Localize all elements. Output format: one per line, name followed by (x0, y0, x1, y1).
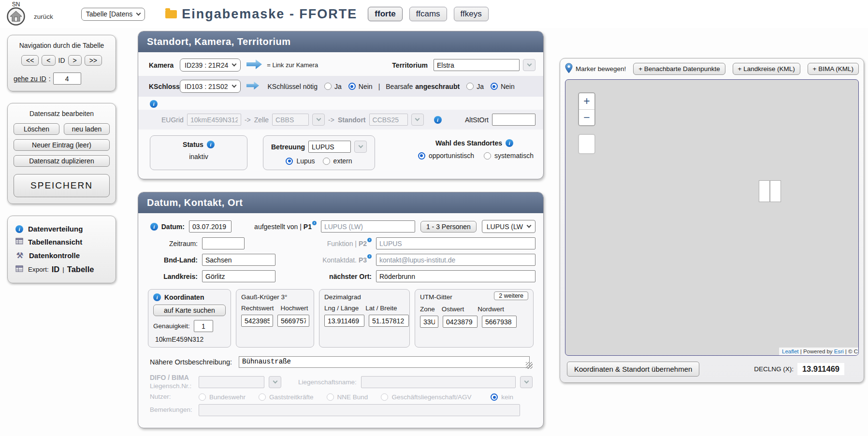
liegenschnr-label: Liegensch.Nr.: (150, 382, 194, 391)
export-table-link[interactable]: Tabelle (67, 265, 94, 274)
aufgestellt-input[interactable] (321, 220, 415, 233)
benachbarte-datenpunkte-button[interactable]: + Benachbarte Datenpunkte (633, 63, 725, 75)
map-canvas[interactable]: + − Leaflet | Powered by Esri | © C (565, 79, 859, 356)
kschloss-select[interactable]: ID103 : 21S02 (180, 80, 241, 93)
sidebar: Navigation durch die Tabelle << < ID > >… (7, 35, 116, 295)
resize-grip[interactable] (526, 362, 533, 369)
attribution-tail: | © C (844, 349, 858, 354)
nutzer-kein-radio[interactable] (491, 393, 498, 401)
landkreis-input[interactable] (202, 270, 275, 282)
kamera-select[interactable]: ID239 : 21R24 (180, 58, 241, 72)
standort-info-icon[interactable]: i (434, 116, 442, 124)
delete-button[interactable]: Löschen (14, 123, 59, 135)
kschloss-label: KSchloss (149, 83, 180, 90)
map-tile-placeholder (759, 180, 781, 202)
p3-info-icon[interactable]: i (367, 254, 372, 259)
koordinaten-info-icon[interactable]: i (153, 293, 161, 301)
altstort-input[interactable] (492, 114, 535, 126)
app-button-ffkeys[interactable]: ffkeys (454, 7, 489, 21)
link-datenverteilung[interactable]: i Datenverteilung (14, 222, 110, 235)
link-tabellenansicht[interactable]: Tabellenansicht (14, 235, 110, 248)
wahl-standort-group: Wahl des Standortes i opportunistisch sy… (391, 135, 534, 170)
save-button[interactable]: SPEICHERN (14, 174, 110, 197)
duplicate-button[interactable]: Datensatz duplizieren (14, 155, 110, 167)
table-select[interactable]: Tabelle [Datens (81, 8, 145, 21)
p1-info-icon[interactable]: i (312, 221, 317, 225)
nordwert-input[interactable] (482, 316, 517, 328)
koordinaten-label: Koordinaten (164, 293, 204, 301)
bearsafe-nein-label: Nein (501, 83, 515, 90)
zeitraum-input[interactable] (202, 237, 245, 249)
betreuung-extern-radio[interactable] (323, 158, 330, 165)
attribution-text: | Powered by (799, 349, 834, 354)
lat-label: Lat / Breite (365, 305, 397, 312)
betreuung-lupus-radio[interactable] (286, 158, 293, 165)
ort-input[interactable] (376, 270, 535, 282)
dezimalgrad-box: Dezimalgrad Lng / LängeLat / Breite (319, 289, 410, 348)
separator: | (378, 83, 380, 90)
last-record-button[interactable]: >> (85, 55, 102, 66)
zeitraum-label: Zeitraum: (169, 240, 198, 247)
karte-suchen-button[interactable]: auf Karte suchen (153, 305, 226, 316)
betreuung-dropdown-button[interactable] (354, 141, 367, 153)
territorium-input[interactable] (434, 59, 520, 71)
personen-select[interactable]: LUPUS (LW (482, 220, 535, 233)
goto-id-link[interactable]: gehe zu ID (14, 75, 46, 83)
kschluessel-ja-radio[interactable] (324, 83, 332, 90)
hochwert-input[interactable] (277, 315, 309, 327)
back-link[interactable]: zurück (34, 13, 53, 20)
bearsafe-ja-radio[interactable] (466, 83, 474, 90)
zoom-out-button[interactable]: − (579, 109, 594, 125)
prev-record-button[interactable]: < (42, 55, 55, 66)
app-button-ffcams[interactable]: ffcams (409, 7, 447, 21)
landkreise-kml-button[interactable]: + Landkreise (KML) (733, 63, 800, 75)
export-id-link[interactable]: ID (52, 265, 60, 274)
app-button-fforte[interactable]: fforte (368, 7, 402, 21)
kontakt-input[interactable] (376, 254, 535, 266)
betreuung-input[interactable] (308, 141, 351, 153)
wahl-info-icon[interactable]: i (506, 139, 513, 147)
wahl-opportunistisch-radio[interactable] (418, 152, 425, 160)
esri-link[interactable]: Esri (834, 349, 844, 354)
reload-button[interactable]: neu laden (64, 123, 110, 135)
bima-kml-button[interactable]: + BIMA (KML) (808, 63, 859, 75)
chevron-down-icon (231, 83, 236, 88)
ostwert-label: Ostwert (442, 305, 464, 313)
home-icon (6, 7, 26, 28)
weitere-button[interactable]: 2 weitere (494, 291, 528, 300)
lng-input[interactable] (324, 315, 364, 327)
wahl-systematisch-radio[interactable] (484, 152, 491, 160)
rechtswert-input[interactable] (241, 315, 273, 327)
koordinaten-uebernehmen-button[interactable]: Koordinaten & Standort übernehmen (567, 362, 699, 377)
p2-label: P2 (359, 240, 367, 247)
new-entry-button[interactable]: Neuer Eintrag (leer) (14, 139, 110, 151)
personen-button[interactable]: 1 - 3 Personen (420, 221, 477, 233)
zone-input[interactable] (420, 316, 438, 328)
ortsbeschreibung-textarea[interactable]: Bühnaustraße (239, 356, 530, 368)
datum-info-icon[interactable]: i (150, 223, 158, 231)
first-record-button[interactable]: << (21, 55, 39, 66)
map-extra-control[interactable] (578, 134, 595, 154)
genauigkeit-input[interactable] (194, 320, 213, 332)
bndland-input[interactable] (202, 254, 275, 266)
standort-input (369, 114, 408, 126)
kschloss-link-arrow-icon[interactable] (246, 81, 260, 91)
betreuung-lupus-label: Lupus (296, 157, 315, 165)
territorium-dropdown-button[interactable] (523, 59, 535, 71)
next-record-button[interactable]: > (68, 55, 82, 66)
goto-id-input[interactable] (53, 73, 81, 85)
kschloss-info-icon[interactable]: i (150, 100, 158, 108)
home-logo[interactable]: SN (5, 1, 27, 28)
kamera-link-arrow-icon[interactable] (246, 59, 263, 71)
bearsafe-nein-radio[interactable] (491, 83, 498, 90)
leaflet-link[interactable]: Leaflet (782, 349, 799, 354)
lat-input[interactable] (369, 315, 409, 327)
ostwert-input[interactable] (443, 316, 477, 328)
link-datenkontrolle[interactable]: ⚒ Datenkontrolle (14, 248, 110, 262)
funktion-input[interactable] (376, 237, 535, 249)
status-info-icon[interactable]: i (207, 141, 215, 148)
p2-info-icon[interactable]: i (367, 238, 372, 242)
kschluessel-nein-radio[interactable] (348, 83, 356, 90)
datum-input[interactable] (189, 220, 231, 233)
zoom-in-button[interactable]: + (579, 93, 594, 109)
